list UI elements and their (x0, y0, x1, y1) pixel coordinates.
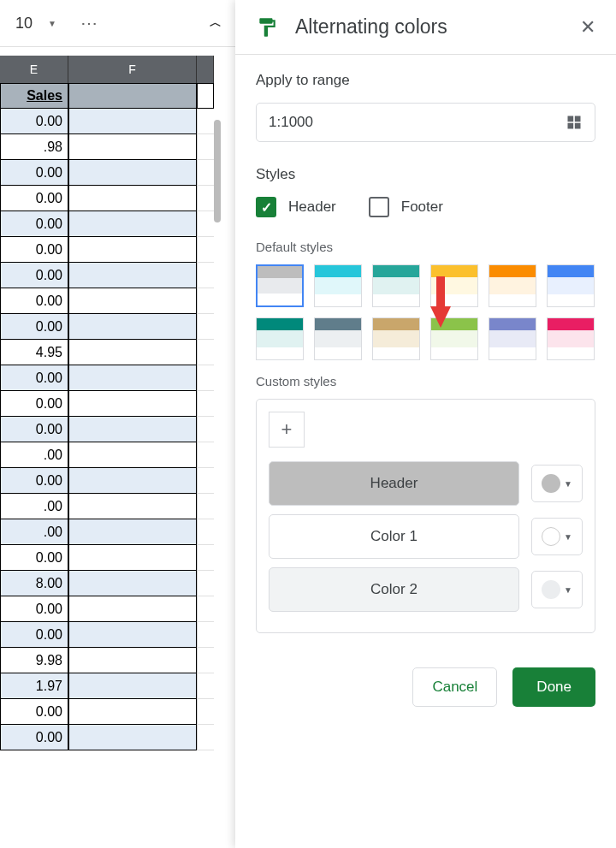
cell[interactable]: 0.00 (0, 237, 68, 263)
cell[interactable] (197, 648, 214, 673)
collapse-chevron-up-icon[interactable]: ︿ (210, 15, 222, 31)
cell[interactable] (68, 288, 197, 314)
header-cell-f[interactable] (68, 83, 197, 109)
cancel-button[interactable]: Cancel (412, 667, 497, 707)
cell[interactable] (68, 134, 197, 160)
cell[interactable] (197, 391, 214, 417)
more-menu-icon[interactable]: ⋯ (80, 13, 99, 33)
style-swatch[interactable] (489, 317, 536, 360)
cell[interactable] (197, 417, 214, 442)
style-swatch[interactable] (372, 264, 420, 307)
cell[interactable] (68, 571, 197, 596)
column-header-f[interactable]: F (68, 56, 197, 83)
cell[interactable] (68, 596, 197, 622)
cell[interactable] (197, 365, 214, 391)
cell[interactable] (68, 648, 197, 673)
cell[interactable] (68, 673, 197, 699)
cell[interactable] (197, 109, 214, 134)
cell[interactable] (68, 494, 197, 519)
style-swatch[interactable] (372, 317, 420, 360)
close-icon[interactable]: ✕ (580, 16, 595, 39)
cell[interactable]: 0.00 (0, 211, 68, 237)
cell[interactable]: 0.00 (0, 391, 68, 417)
cell[interactable] (197, 673, 214, 699)
cell[interactable] (197, 160, 214, 186)
cell[interactable]: 0.00 (0, 109, 68, 134)
cell[interactable]: 0.00 (0, 417, 68, 442)
cell[interactable] (68, 545, 197, 571)
cell[interactable] (68, 263, 197, 288)
cell[interactable] (68, 519, 197, 545)
cell[interactable] (197, 468, 214, 494)
header-checkbox[interactable]: ✓ (256, 197, 276, 217)
cell[interactable]: 0.00 (0, 160, 68, 186)
add-custom-style-button[interactable]: + (269, 412, 305, 448)
cell[interactable] (197, 314, 214, 340)
cell[interactable] (197, 494, 214, 519)
cell[interactable]: .00 (0, 494, 68, 519)
cell[interactable]: .98 (0, 134, 68, 160)
cell[interactable] (197, 571, 214, 596)
cell[interactable] (68, 237, 197, 263)
cell[interactable] (197, 442, 214, 468)
cell[interactable] (68, 417, 197, 442)
cell[interactable]: 1.97 (0, 673, 68, 699)
cell[interactable]: .00 (0, 442, 68, 468)
cell[interactable] (68, 442, 197, 468)
cell[interactable]: .00 (0, 519, 68, 545)
cell[interactable]: 0.00 (0, 596, 68, 622)
cell[interactable] (68, 314, 197, 340)
cell[interactable] (197, 596, 214, 622)
cell[interactable]: 0.00 (0, 314, 68, 340)
cell[interactable] (197, 545, 214, 571)
header-color-picker[interactable]: ▼ (531, 465, 583, 502)
cell[interactable] (197, 186, 214, 211)
cell[interactable]: 0.00 (0, 699, 68, 725)
cell[interactable]: 0.00 (0, 288, 68, 314)
column-header-g[interactable] (197, 56, 214, 83)
cell[interactable] (197, 699, 214, 725)
cell[interactable]: 0.00 (0, 545, 68, 571)
style-swatch[interactable] (314, 264, 362, 307)
cell[interactable]: 0.00 (0, 263, 68, 288)
cell[interactable] (197, 725, 214, 750)
cell[interactable] (68, 186, 197, 211)
style-swatch[interactable] (256, 264, 304, 307)
font-size-dropdown[interactable]: 10 ▼ (7, 15, 65, 33)
cell[interactable] (197, 134, 214, 160)
color2-picker[interactable]: ▼ (531, 571, 583, 608)
cell[interactable] (68, 725, 197, 750)
cell[interactable]: 4.95 (0, 340, 68, 365)
cell[interactable] (197, 237, 214, 263)
cell[interactable] (68, 468, 197, 494)
style-swatch[interactable] (430, 264, 478, 307)
cell[interactable]: 0.00 (0, 622, 68, 648)
cell[interactable] (68, 109, 197, 134)
cell[interactable] (197, 211, 214, 237)
cell[interactable] (68, 622, 197, 648)
color1-picker[interactable]: ▼ (531, 518, 583, 555)
cell[interactable] (68, 160, 197, 186)
style-swatch[interactable] (547, 264, 595, 307)
cell[interactable] (68, 699, 197, 725)
header-cell-g[interactable] (197, 83, 214, 109)
column-header-e[interactable]: E (0, 56, 68, 83)
range-input[interactable]: 1:1000 (256, 103, 595, 142)
cell[interactable]: 0.00 (0, 468, 68, 494)
cell[interactable]: 0.00 (0, 186, 68, 211)
cell[interactable] (197, 263, 214, 288)
cell[interactable] (68, 211, 197, 237)
select-range-icon[interactable] (566, 114, 583, 131)
cell[interactable]: 0.00 (0, 365, 68, 391)
cell[interactable] (68, 391, 197, 417)
vertical-scrollbar[interactable] (214, 120, 221, 222)
cell[interactable] (197, 340, 214, 365)
done-button[interactable]: Done (512, 667, 595, 707)
cell[interactable] (197, 622, 214, 648)
style-swatch[interactable] (547, 317, 595, 360)
style-swatch[interactable] (256, 317, 304, 360)
cell[interactable] (68, 340, 197, 365)
style-swatch[interactable] (489, 264, 536, 307)
header-cell-sales[interactable]: Sales (0, 83, 68, 109)
cell[interactable]: 0.00 (0, 725, 68, 750)
